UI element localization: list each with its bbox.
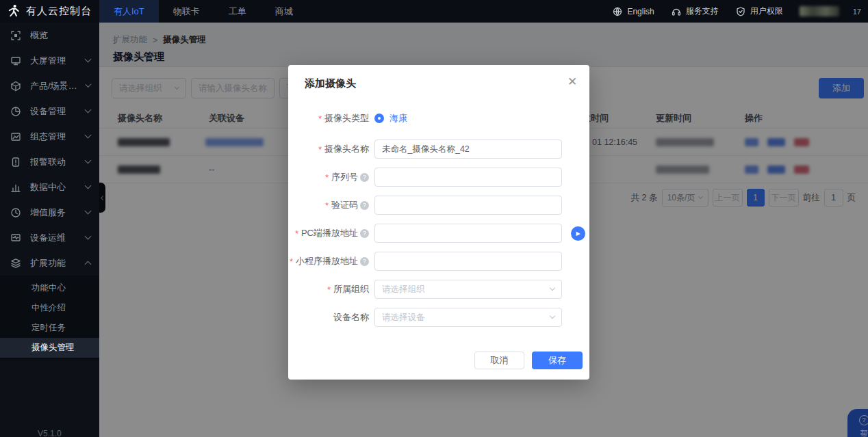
username-suffix: 17	[853, 8, 861, 16]
sidebar-item[interactable]: 增值服务	[0, 200, 99, 225]
info-icon[interactable]: ?	[360, 229, 369, 238]
header-nav-tabs: 有人IoT物联卡工单商城	[99, 0, 307, 23]
chevron-down-icon	[85, 132, 92, 139]
field-label: *小程序播放地址?	[288, 255, 369, 267]
sidebar-item-label: 设备运维	[30, 232, 66, 244]
radio-option-label[interactable]: 海康	[390, 112, 407, 124]
sidebar-subitem[interactable]: 中性介绍	[0, 298, 99, 318]
form-row: *验证码?	[288, 196, 589, 215]
field-label-text: 摄像头名称	[324, 143, 369, 155]
info-icon[interactable]: ?	[360, 173, 369, 182]
sidebar-item-label: 报警联动	[30, 156, 66, 168]
field-control: 请选择设备	[374, 308, 562, 327]
header-menu-item[interactable]: 服务支持	[671, 5, 719, 17]
header-menu-item[interactable]: 用户权限	[735, 5, 783, 17]
header-tab[interactable]: 物联卡	[159, 0, 214, 23]
sidebar-item[interactable]: 组态管理	[0, 124, 99, 149]
field-select[interactable]: 请选择设备	[374, 308, 562, 327]
field-label: 设备名称	[288, 311, 369, 323]
header-menu-label: English	[627, 7, 654, 16]
cancel-button[interactable]: 取消	[474, 352, 524, 369]
chevron-down-icon	[550, 285, 555, 291]
field-label-text: 小程序播放地址	[296, 255, 358, 267]
required-asterisk: *	[318, 144, 322, 155]
chevron-down-icon	[85, 208, 92, 215]
header-tab[interactable]: 工单	[214, 0, 261, 23]
sidebar-item[interactable]: 大屏管理	[0, 48, 99, 73]
sidebar-item-label: 产品/场景管理	[30, 80, 77, 92]
radio-selected[interactable]	[374, 114, 384, 123]
header-tab[interactable]: 商城	[261, 0, 307, 23]
field-input[interactable]	[374, 252, 562, 271]
info-icon[interactable]: ?	[360, 201, 369, 210]
sidebar-item[interactable]: 设备运维	[0, 225, 99, 250]
sidebar-item[interactable]: 产品/场景管理	[0, 73, 99, 98]
field-input[interactable]	[374, 196, 562, 215]
logo-person-icon	[7, 3, 21, 20]
sidebar-item-label: 组态管理	[30, 131, 66, 143]
form-row: *PC端播放地址?▶	[288, 224, 589, 243]
extension-icon	[10, 258, 21, 269]
app-logo: 有人云控制台	[0, 3, 99, 20]
sidebar-subitem[interactable]: 摄像头管理	[0, 338, 99, 358]
field-control	[374, 196, 562, 215]
close-icon[interactable]: ✕	[565, 75, 580, 90]
field-label: *摄像头名称	[288, 143, 369, 155]
form-row: 设备名称请选择设备	[288, 308, 589, 327]
scada-icon	[10, 131, 21, 142]
header-menu-label: 用户权限	[750, 5, 783, 17]
chevron-down-icon	[550, 313, 555, 319]
form-row: *摄像头名称	[288, 140, 589, 159]
field-select[interactable]: 请选择组织	[374, 280, 562, 299]
sidebar-item-label: 扩展功能	[30, 257, 66, 269]
headset-icon	[671, 6, 682, 17]
header-tab[interactable]: 有人IoT	[99, 0, 159, 23]
masked-username[interactable]	[800, 6, 839, 16]
sidebar-item[interactable]: 设备管理	[0, 98, 99, 124]
version-label: V5.1.0	[38, 429, 62, 437]
required-asterisk: *	[295, 228, 298, 239]
alarm-icon	[10, 157, 21, 168]
form-row: *小程序播放地址?	[288, 252, 589, 271]
info-icon[interactable]: ?	[360, 257, 369, 266]
chevron-down-icon	[85, 81, 91, 88]
select-placeholder: 请选择组织	[382, 284, 425, 295]
modal-form: *摄像头类型海康*摄像头名称*序列号?*验证码?*PC端播放地址?▶*小程序播放…	[288, 109, 589, 336]
overview-icon	[10, 30, 21, 41]
sidebar-item-label: 数据中心	[30, 181, 66, 194]
play-button[interactable]: ▶	[571, 226, 585, 241]
sidebar-item-label: 增值服务	[30, 207, 66, 219]
chevron-down-icon	[85, 56, 92, 63]
sidebar-item[interactable]: 报警联动	[0, 149, 99, 174]
required-asterisk: *	[325, 200, 329, 211]
save-button[interactable]: 保存	[532, 352, 583, 369]
sidebar: 概览大屏管理产品/场景管理设备管理组态管理报警联动数据中心增值服务设备运维扩展功…	[0, 23, 99, 437]
sidebar-subitem[interactable]: 定时任务	[0, 318, 99, 338]
app-title: 有人云控制台	[26, 5, 92, 18]
required-asterisk: *	[290, 256, 293, 267]
field-input[interactable]	[374, 224, 562, 243]
sidebar-item[interactable]: 数据中心	[0, 174, 99, 200]
globe-icon	[612, 6, 623, 17]
field-label-text: 所属组织	[333, 283, 369, 295]
sidebar-item[interactable]: 扩展功能	[0, 250, 99, 276]
field-label-text: 序列号	[331, 171, 358, 183]
header-menu-label: 服务支持	[686, 5, 719, 17]
field-label-text: 摄像头类型	[324, 112, 369, 124]
field-control: ▶	[374, 224, 585, 243]
field-input[interactable]	[374, 168, 562, 187]
sidebar-subitem[interactable]: 功能中心	[0, 278, 99, 298]
add-camera-modal: 添加摄像头 ✕ *摄像头类型海康*摄像头名称*序列号?*验证码?*PC端播放地址…	[288, 65, 589, 380]
product-icon	[10, 81, 21, 92]
field-input[interactable]	[374, 140, 562, 159]
field-label: *摄像头类型	[288, 112, 369, 124]
required-asterisk: *	[327, 284, 331, 295]
form-row: *摄像头类型海康	[288, 109, 589, 128]
field-control: 海康	[374, 112, 407, 124]
form-row: *所属组织请选择组织	[288, 280, 589, 299]
field-label: *验证码?	[288, 199, 369, 211]
sidebar-item[interactable]: 概览	[0, 23, 99, 48]
field-control	[374, 168, 562, 187]
chevron-down-icon	[85, 183, 92, 189]
header-menu-item[interactable]: English	[612, 6, 654, 17]
